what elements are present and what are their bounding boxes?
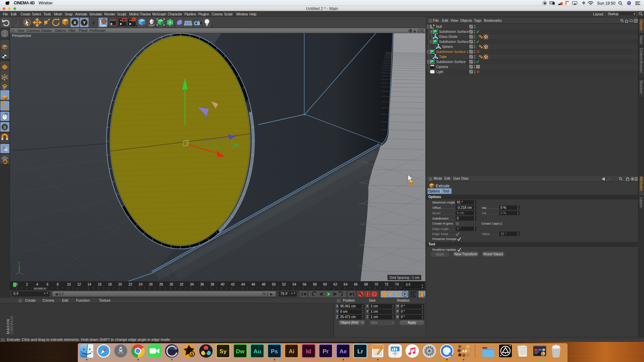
svg-text:32: 32 (180, 283, 184, 286)
svg-text:18: 18 (108, 283, 112, 286)
svg-text:14: 14 (88, 283, 92, 286)
svg-text:8: 8 (57, 283, 59, 286)
svg-text:52: 52 (282, 283, 286, 286)
svg-text:Camera: Camera (436, 65, 448, 69)
svg-text:Dw: Dw (236, 348, 245, 355)
svg-text:Null: Null (436, 25, 442, 28)
svg-text:72: 72 (385, 283, 389, 286)
svg-text:P: P (404, 293, 406, 296)
svg-text:70: 70 (374, 283, 378, 286)
svg-text:0: 0 (16, 283, 18, 286)
svg-text:6: 6 (47, 283, 49, 286)
svg-text:z: z (93, 20, 95, 25)
svg-text:Subdivision Surface: Subdivision Surface (436, 60, 466, 64)
svg-text:64: 64 (344, 283, 348, 286)
svg-text:S: S (191, 352, 193, 357)
svg-text:26: 26 (149, 283, 153, 286)
svg-text:10: 10 (67, 283, 71, 286)
svg-text:28: 28 (159, 283, 163, 286)
svg-text:24: 24 (139, 283, 143, 286)
svg-text:Light: Light (436, 70, 443, 74)
svg-text:56: 56 (303, 283, 307, 286)
svg-text:60: 60 (323, 283, 327, 286)
svg-text:22: 22 (128, 283, 132, 286)
svg-text:66: 66 (354, 283, 358, 286)
svg-text:Id: Id (306, 348, 311, 355)
svg-text:Sphere: Sphere (442, 45, 453, 49)
svg-text:16: 16 (98, 283, 102, 286)
svg-text:Glass Diode: Glass Diode (439, 35, 458, 39)
svg-text:Ai: Ai (289, 348, 294, 355)
svg-text:X: X (73, 20, 76, 25)
svg-text:4: 4 (36, 283, 38, 286)
svg-text:68: 68 (364, 283, 368, 286)
svg-text:50: 50 (272, 283, 276, 286)
svg-text:Ps: Ps (271, 348, 278, 355)
svg-text:40: 40 (221, 283, 225, 286)
svg-text:36: 36 (200, 283, 204, 286)
svg-text:S: S (3, 125, 6, 130)
svg-text:48: 48 (262, 283, 266, 286)
svg-text:Subdivision Surface.2: Subdivision Surface.2 (439, 40, 472, 44)
svg-text:74: 74 (395, 283, 399, 286)
svg-text:AE: AE (462, 349, 467, 353)
svg-text:Ae: Ae (339, 348, 347, 355)
svg-text:Subdivision Surface.1: Subdivision Surface.1 (436, 50, 469, 54)
svg-text:Grid Spacing : 1 cm: Grid Spacing : 1 cm (390, 276, 419, 280)
svg-text:54: 54 (292, 283, 297, 286)
svg-text:38: 38 (211, 283, 215, 286)
svg-text:?: ? (373, 292, 376, 296)
svg-text:42: 42 (231, 283, 235, 286)
svg-text:58: 58 (313, 283, 317, 286)
svg-text:2: 2 (26, 283, 28, 286)
svg-text:Y: Y (83, 20, 86, 25)
svg-text:46: 46 (252, 283, 256, 286)
svg-text:Y: Y (18, 261, 20, 264)
svg-text:12: 12 (77, 283, 81, 286)
svg-text:0: 0 (433, 24, 435, 27)
svg-text:20: 20 (118, 283, 122, 286)
svg-text:Au: Au (254, 348, 261, 355)
svg-text:34: 34 (190, 283, 194, 286)
svg-text:Tube: Tube (439, 55, 447, 59)
svg-text:Sy: Sy (220, 348, 227, 355)
svg-text:Subdivision Surface.3: Subdivision Surface.3 (439, 30, 472, 34)
svg-text:Pr: Pr (323, 348, 329, 355)
svg-text:62: 62 (333, 283, 337, 286)
svg-text:44: 44 (241, 283, 245, 286)
svg-text:Lr: Lr (358, 348, 363, 355)
svg-text:Perspective: Perspective (12, 34, 31, 38)
svg-text:30: 30 (169, 283, 173, 286)
